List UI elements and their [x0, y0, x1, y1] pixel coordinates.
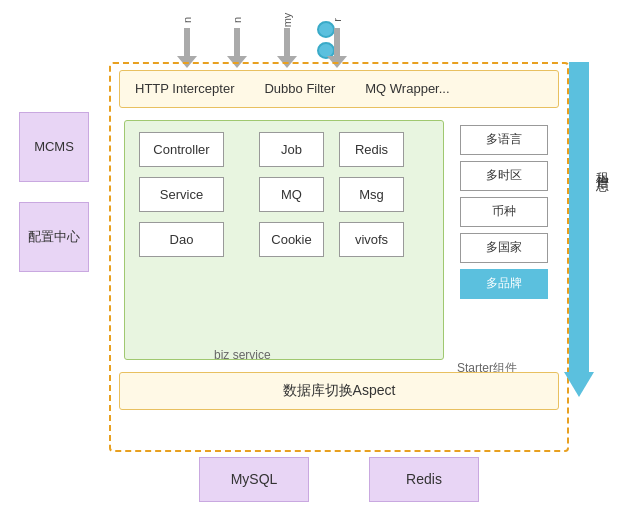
redis-outer-box: Redis — [369, 457, 479, 502]
arrow-label-4: r — [331, 18, 343, 22]
diagram-container: n n my r MCMS 配置中心 HTTP Intercepter D — [19, 12, 619, 512]
msg-box: Msg — [339, 177, 404, 212]
dao-box: Dao — [139, 222, 224, 257]
arrow-label-2: n — [231, 16, 243, 22]
biz-service-label: biz service — [214, 348, 271, 362]
right-component-col: Redis Msg vivofs — [339, 132, 404, 257]
bottom-aspect-bar: 数据库切换Aspect — [119, 372, 559, 410]
starter-multibrand: 多品牌 — [460, 269, 548, 299]
right-arrow-body — [569, 62, 589, 372]
filter-http: HTTP Intercepter — [135, 81, 234, 96]
vivofs-box: vivofs — [339, 222, 404, 257]
left-component-col: Controller Service Dao — [139, 132, 224, 257]
controller-box: Controller — [139, 132, 224, 167]
starter-area: 多语言 多时区 币种 多国家 多品牌 — [454, 120, 554, 360]
database-row: MySQL Redis — [119, 457, 559, 502]
mid-component-col: Job MQ Cookie — [259, 132, 324, 257]
mq-box: MQ — [259, 177, 324, 212]
service-box: Service — [139, 177, 224, 212]
starter-multicountry: 多国家 — [460, 233, 548, 263]
right-arrow-label: 租户信息 — [593, 162, 611, 170]
right-arrow-head — [564, 372, 594, 397]
mcms-box: MCMS — [19, 112, 89, 182]
redis-inner-box: Redis — [339, 132, 404, 167]
filter-dubbo: Dubbo Filter — [264, 81, 335, 96]
config-center-box: 配置中心 — [19, 202, 89, 272]
starter-multilang: 多语言 — [460, 125, 548, 155]
arrow-label-3: my — [281, 12, 293, 27]
mysql-box: MySQL — [199, 457, 309, 502]
arrow-label-1: n — [181, 16, 193, 22]
right-tenant-arrow — [564, 62, 594, 422]
starter-currency: 币种 — [460, 197, 548, 227]
filter-bar: HTTP Intercepter Dubbo Filter MQ Wrapper… — [119, 70, 559, 108]
job-box: Job — [259, 132, 324, 167]
filter-mq: MQ Wrapper... — [365, 81, 449, 96]
cookie-box: Cookie — [259, 222, 324, 257]
left-boxes: MCMS 配置中心 — [19, 112, 89, 272]
starter-timezone: 多时区 — [460, 161, 548, 191]
